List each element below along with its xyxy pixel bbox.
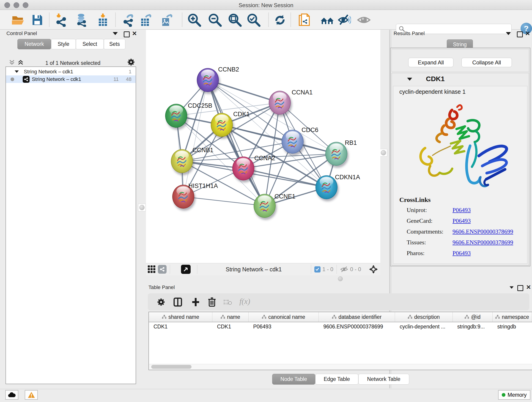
column-header-shared-name[interactable]: shared name xyxy=(149,312,212,322)
zoom-fit-icon[interactable] xyxy=(228,13,242,27)
table-panel-title: Table Panel xyxy=(148,284,175,290)
column-header-namespace[interactable]: namespace xyxy=(493,312,532,322)
add-column-icon[interactable] xyxy=(191,298,200,307)
import-table-icon[interactable] xyxy=(96,13,110,27)
network-options-gear-icon[interactable] xyxy=(127,58,135,66)
import-network-file-icon[interactable] xyxy=(55,13,68,27)
detach-view-icon[interactable] xyxy=(181,265,191,274)
export-network-icon[interactable] xyxy=(122,13,136,27)
crosslink-link[interactable]: P06493 xyxy=(452,217,471,224)
export-table-icon[interactable] xyxy=(139,13,153,27)
column-hierarchy-icon xyxy=(465,315,469,319)
node-CCNB2[interactable] xyxy=(197,68,219,92)
hidden-eye-slash-icon[interactable] xyxy=(340,266,348,273)
network-row-selected[interactable]: String Network – cdk1 11 48 xyxy=(6,75,136,83)
column-header-@id[interactable]: @id xyxy=(453,312,493,322)
network-view-share-icon[interactable] xyxy=(158,265,167,274)
network-view-toolbar: String Network – cdk1 1 - 0 0 - 0 xyxy=(146,263,380,275)
node-CCNA2[interactable] xyxy=(232,157,254,180)
edge-HIST1H1A-CCNE1[interactable] xyxy=(183,197,265,206)
table-options-gear-icon[interactable] xyxy=(157,298,165,306)
table-panel-close-button[interactable]: ✕ xyxy=(526,285,531,289)
network-collection-row[interactable]: String Network – cdk1 1 xyxy=(6,68,136,75)
cell-name[interactable]: CDK1 xyxy=(212,324,249,330)
cell-canonical-name[interactable]: P06493 xyxy=(249,324,319,330)
tab-edge-table[interactable]: Edge Table xyxy=(315,374,358,385)
tab-sets[interactable]: Sets xyxy=(104,39,125,49)
refresh-layout-icon[interactable] xyxy=(273,13,287,27)
column-hierarchy-icon xyxy=(332,315,336,319)
fit-crosshair-icon[interactable] xyxy=(369,265,378,274)
column-header-canonical-name[interactable]: canonical name xyxy=(249,312,319,322)
table-horizontal-scrollbar[interactable] xyxy=(149,364,532,370)
column-header-database-identifier[interactable]: database identifier xyxy=(319,312,395,322)
expand-all-button[interactable]: Expand All xyxy=(408,58,453,67)
crosslink-link[interactable]: 9606.ENSP00000378699 xyxy=(452,228,513,235)
edge-CCNA2-CDKN1A[interactable] xyxy=(243,168,326,187)
collection-expand-icon[interactable] xyxy=(15,70,19,73)
export-image-icon[interactable] xyxy=(160,13,174,27)
node-CCNE1[interactable] xyxy=(254,194,276,218)
save-session-icon[interactable] xyxy=(30,13,44,27)
crosslink-label: Uniprot: xyxy=(407,207,427,214)
edge-CCNB2-HIST1H1A[interactable] xyxy=(183,80,208,197)
cloud-button[interactable] xyxy=(5,390,18,400)
node-CCNB1[interactable] xyxy=(171,149,193,173)
tab-node-table[interactable]: Node Table xyxy=(272,374,315,385)
control-panel-close-button[interactable]: ✕ xyxy=(132,31,137,36)
tab-network-table[interactable]: Network Table xyxy=(358,374,409,385)
zoom-selected-icon[interactable] xyxy=(247,13,260,27)
right-splitter-handle[interactable] xyxy=(380,149,387,157)
control-panel-maximize-button[interactable] xyxy=(124,32,130,37)
crosslink-link[interactable]: P06493 xyxy=(452,250,471,257)
node-CDK1[interactable] xyxy=(211,113,233,137)
scrollbar-thumb[interactable] xyxy=(151,365,191,369)
zoom-out-icon[interactable] xyxy=(208,13,222,27)
network-canvas[interactable]: CCNB2CCNA1CDC25BCDK1CDC6RB1CCNB1CCNA2CDK… xyxy=(146,30,380,263)
results-panel-close-button[interactable]: ✕ xyxy=(525,31,530,36)
zoom-in-icon[interactable] xyxy=(187,13,201,27)
open-session-icon[interactable] xyxy=(11,13,25,27)
node-CDC25B[interactable] xyxy=(165,104,187,128)
collapse-all-chevron-icon[interactable] xyxy=(9,59,15,65)
show-columns-icon[interactable] xyxy=(173,298,182,307)
tab-network[interactable]: Network xyxy=(17,39,51,49)
import-network-database-icon[interactable] xyxy=(75,13,89,27)
warnings-button[interactable] xyxy=(25,390,38,400)
table-panel-float-button[interactable] xyxy=(510,286,514,288)
crosslink-link[interactable]: P06493 xyxy=(452,207,471,214)
left-splitter-handle[interactable] xyxy=(138,204,146,211)
share-file-icon[interactable] xyxy=(298,13,312,27)
memory-button[interactable]: Memory xyxy=(498,390,530,400)
cell-database-identifier[interactable]: 9606.ENSP00000378699 xyxy=(319,324,395,330)
string-home-icon[interactable] xyxy=(320,13,334,27)
table-row[interactable]: CDK1CDK1P064939606.ENSP00000378699cyclin… xyxy=(149,322,532,331)
crosslink-link[interactable]: 9606.ENSP00000378699 xyxy=(452,239,513,246)
hide-labels-eye-icon[interactable] xyxy=(337,13,351,27)
column-header-description[interactable]: description xyxy=(395,312,452,322)
table-panel-maximize-button[interactable] xyxy=(517,285,523,291)
control-panel-float-button[interactable] xyxy=(113,32,118,35)
cell-namespace[interactable]: stringdb xyxy=(493,324,532,330)
collapse-all-button[interactable]: Collapse All xyxy=(462,58,512,67)
node-CDKN1A[interactable] xyxy=(316,175,337,199)
node-label-CDK1: CDK1 xyxy=(233,111,250,118)
tab-select[interactable]: Select xyxy=(76,39,104,49)
results-panel-maximize-button[interactable] xyxy=(517,32,523,37)
node-RB1[interactable] xyxy=(325,142,347,166)
entry-collapse-icon[interactable] xyxy=(407,78,412,81)
node-CCNA1[interactable] xyxy=(269,91,291,115)
horizontal-splitter-handle[interactable] xyxy=(338,276,343,281)
results-panel-float-button[interactable] xyxy=(506,32,511,35)
delete-column-icon[interactable] xyxy=(208,297,216,307)
cell-@id[interactable]: stringdb:9... xyxy=(453,324,493,330)
selected-checkbox-icon[interactable] xyxy=(314,266,321,273)
column-header-name[interactable]: name xyxy=(212,312,249,322)
tab-style[interactable]: Style xyxy=(51,39,76,49)
cell-shared-name[interactable]: CDK1 xyxy=(149,324,212,330)
birdseye-grid-icon[interactable] xyxy=(148,265,156,273)
expand-all-chevron-icon[interactable] xyxy=(17,59,24,65)
cell-description[interactable]: cyclin-dependent ... xyxy=(395,324,452,330)
node-CDC6[interactable] xyxy=(282,130,304,153)
show-eye-icon[interactable] xyxy=(357,13,371,27)
